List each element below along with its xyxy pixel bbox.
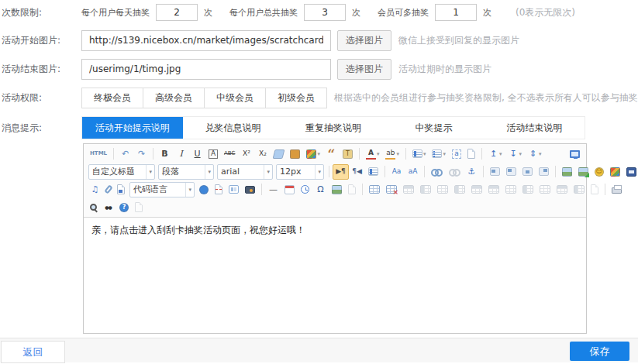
- image-inline-icon[interactable]: [487, 165, 503, 178]
- underline-icon[interactable]: U: [189, 146, 205, 162]
- bold-icon[interactable]: B: [157, 146, 173, 162]
- member-option-senior[interactable]: 高级会员: [143, 88, 205, 108]
- unlink-icon[interactable]: [446, 166, 464, 177]
- online-image-icon[interactable]: [575, 165, 591, 179]
- new-document-icon[interactable]: [464, 146, 478, 161]
- merge-down-icon[interactable]: [451, 183, 468, 196]
- image-center-icon[interactable]: [519, 165, 536, 178]
- font-color-icon[interactable]: A▾: [363, 146, 383, 162]
- table-props-icon[interactable]: [571, 183, 588, 196]
- preview-icon[interactable]: [87, 201, 100, 213]
- image-left-icon[interactable]: [503, 165, 519, 178]
- tab-redeem-info[interactable]: 兑奖信息说明: [183, 117, 284, 139]
- tab-activity-start[interactable]: 活动开始提示说明: [82, 117, 183, 139]
- insert-row-icon[interactable]: [485, 183, 502, 196]
- undo-icon[interactable]: ↶: [117, 146, 133, 162]
- back-button[interactable]: 返回: [1, 341, 65, 363]
- end-image-pick-button[interactable]: 选择图片: [337, 59, 391, 80]
- format-brush-icon[interactable]: [287, 147, 303, 161]
- italic-icon[interactable]: I: [173, 146, 189, 162]
- help-icon[interactable]: ?: [116, 201, 132, 215]
- split-rows-icon[interactable]: [468, 183, 485, 196]
- permission-row: 活动权限: 终极会员高级会员中级会员初级会员 根据选中的会员组进行参与抽奖资格限…: [0, 88, 638, 108]
- custom-title-select[interactable]: 自定义标题▾: [88, 164, 155, 180]
- redo-icon[interactable]: ↷: [133, 146, 150, 162]
- link-icon[interactable]: [428, 166, 446, 177]
- start-image-pick-button[interactable]: 选择图片: [337, 30, 391, 51]
- paste-plain-icon[interactable]: T: [340, 147, 356, 161]
- insert-time-icon[interactable]: [298, 183, 312, 196]
- end-image-input[interactable]: [81, 59, 331, 80]
- auto-typeset-icon[interactable]: ▾: [303, 147, 323, 161]
- ordered-list-icon[interactable]: ▾: [409, 147, 429, 160]
- strikethrough-icon[interactable]: ABC: [221, 146, 238, 162]
- code-language-select[interactable]: 代码语言▾: [129, 182, 195, 197]
- table-title-icon[interactable]: [400, 183, 417, 196]
- emotion-icon[interactable]: ☺: [591, 165, 607, 179]
- attachment-icon[interactable]: [103, 183, 114, 196]
- tab-activity-end[interactable]: 活动结束说明: [484, 117, 585, 139]
- html-source-icon[interactable]: HTML: [87, 146, 110, 162]
- horizontal-rule-icon[interactable]: —: [265, 182, 281, 197]
- paragraph-mark-icon[interactable]: ¶◀: [349, 164, 365, 180]
- line-height-icon[interactable]: ⇕▾: [525, 146, 545, 162]
- align-top-icon[interactable]: ↥▾: [485, 146, 505, 162]
- char-border-icon[interactable]: A: [205, 147, 221, 161]
- anchor-icon[interactable]: ⚓: [464, 164, 480, 180]
- insert-video-icon[interactable]: [623, 165, 638, 179]
- document-template-icon[interactable]: [588, 182, 602, 197]
- to-uppercase-icon[interactable]: Aa: [388, 164, 405, 180]
- paragraph-format-select[interactable]: 段落▾: [158, 164, 214, 180]
- unordered-list-icon[interactable]: ▾: [429, 147, 449, 160]
- insert-music-icon[interactable]: ♫: [87, 182, 103, 197]
- google-map-icon[interactable]: [345, 182, 359, 197]
- daily-draw-input[interactable]: [156, 4, 198, 21]
- merge-right-icon[interactable]: [434, 183, 451, 196]
- eraser-icon[interactable]: [271, 147, 287, 161]
- delete-row-icon[interactable]: [502, 183, 519, 196]
- merge-cells-icon[interactable]: [554, 183, 571, 196]
- member-extra-draw-input[interactable]: [435, 4, 477, 21]
- superscript-icon[interactable]: X²: [238, 146, 254, 162]
- baidu-map-icon[interactable]: [196, 183, 212, 197]
- indent-icon[interactable]: [365, 165, 381, 178]
- fullscreen-icon[interactable]: [567, 148, 583, 160]
- word-image-icon[interactable]: [114, 182, 128, 197]
- image-right-icon[interactable]: [536, 165, 552, 178]
- special-chars-icon[interactable]: Ω: [312, 182, 329, 197]
- page-break-icon[interactable]: [212, 182, 226, 197]
- start-image-input[interactable]: [81, 30, 331, 51]
- align-bottom-icon[interactable]: ↧▾: [505, 146, 526, 162]
- member-option-middle[interactable]: 中级会员: [204, 88, 266, 108]
- table-title-col-icon[interactable]: [417, 183, 434, 196]
- tab-repeat-draw[interactable]: 重复抽奖说明: [283, 117, 384, 139]
- insert-table-icon[interactable]: [366, 183, 383, 196]
- blockquote-icon[interactable]: “: [323, 147, 340, 160]
- first-line-indent-icon[interactable]: ▶¶: [333, 164, 349, 180]
- insert-date-icon[interactable]: [281, 183, 298, 197]
- editor-content[interactable]: 亲，请点击进入刮刮卡抽奖活动页面，祝您好运哦！: [84, 218, 586, 333]
- delete-table-icon[interactable]: [383, 183, 400, 196]
- text-highlight-icon[interactable]: ab▾: [382, 146, 402, 162]
- anchor-inline-icon[interactable]: a: [449, 147, 464, 161]
- insert-image-icon[interactable]: [559, 165, 575, 179]
- print-icon[interactable]: [609, 183, 625, 196]
- font-size-select[interactable]: 12px▾: [276, 164, 324, 180]
- image-manager-icon[interactable]: [329, 183, 345, 197]
- insert-col-icon[interactable]: [519, 183, 536, 196]
- subscript-icon[interactable]: X₂: [254, 146, 271, 162]
- drafts-icon[interactable]: [132, 200, 146, 215]
- scrawl-icon[interactable]: [607, 165, 623, 179]
- save-button[interactable]: 保存: [570, 342, 629, 361]
- member-option-ultimate[interactable]: 终极会员: [81, 88, 143, 108]
- tab-win-notice[interactable]: 中奖提示: [384, 117, 485, 139]
- delete-col-icon[interactable]: [536, 183, 554, 196]
- insert-frame-icon[interactable]: [226, 183, 242, 196]
- font-family-select[interactable]: arial▾: [217, 164, 273, 180]
- to-lowercase-icon[interactable]: aA: [405, 164, 421, 180]
- screen-snapshot-icon[interactable]: [242, 184, 258, 196]
- member-option-junior[interactable]: 初级会员: [265, 88, 327, 108]
- message-controls: 活动开始提示说明兑奖信息说明重复抽奖说明中奖提示活动结束说明: [81, 116, 638, 139]
- total-draw-input[interactable]: [304, 4, 346, 21]
- search-replace-icon[interactable]: ●●: [100, 200, 116, 215]
